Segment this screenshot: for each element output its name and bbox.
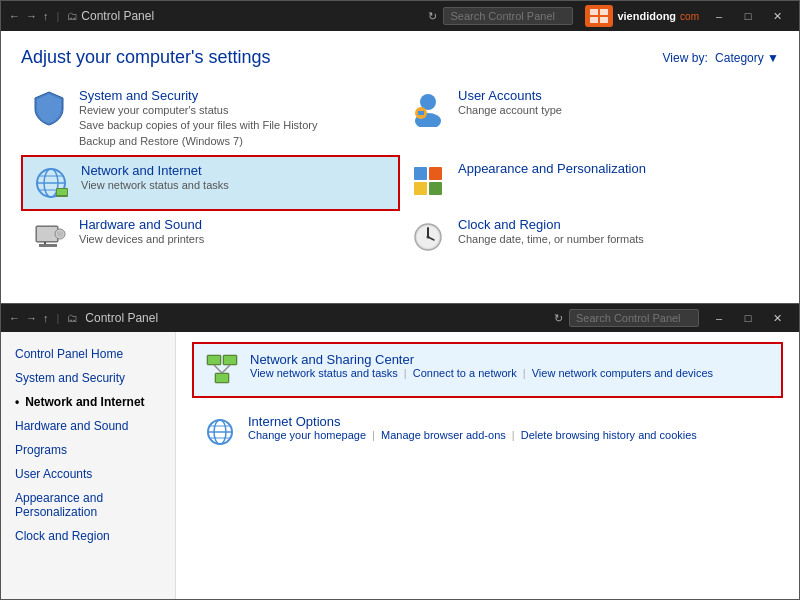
system-security-title[interactable]: System and Security (79, 88, 317, 103)
user-accounts-title[interactable]: User Accounts (458, 88, 562, 103)
network-internet-text: Network and Internet View network status… (81, 163, 229, 193)
main-panel: Network and Sharing Center View network … (176, 332, 799, 599)
sidebar-item-network-internet[interactable]: Network and Internet (1, 390, 175, 414)
category-clock-region[interactable]: Clock and Region Change date, time, or n… (400, 211, 779, 267)
network-sharing-text: Network and Sharing Center View network … (250, 352, 713, 379)
svg-rect-1 (600, 9, 608, 15)
sidebar-item-programs[interactable]: Programs (1, 438, 175, 462)
view-network-status-link[interactable]: View network status and tasks (250, 367, 398, 379)
svg-point-24 (57, 231, 63, 237)
delete-history-link[interactable]: Delete browsing history and cookies (521, 429, 697, 441)
category-system-security[interactable]: System and Security Review your computer… (21, 82, 400, 155)
close-btn[interactable]: ✕ (763, 5, 791, 27)
clock-region-title[interactable]: Clock and Region (458, 217, 644, 232)
svg-rect-0 (590, 9, 598, 15)
minimize-btn-2[interactable]: – (705, 307, 733, 329)
svg-rect-15 (414, 167, 427, 180)
minimize-btn[interactable]: – (705, 5, 733, 27)
appearance-text: Appearance and Personalization (458, 161, 646, 176)
bottom-search-input[interactable] (569, 309, 699, 327)
logo-box (585, 5, 613, 27)
sidebar-item-control-panel-home[interactable]: Control Panel Home (1, 342, 175, 366)
system-security-subtitle: Review your computer's statusSave backup… (79, 103, 317, 149)
appearance-title[interactable]: Appearance and Personalization (458, 161, 646, 176)
svg-rect-33 (224, 356, 236, 364)
category-appearance[interactable]: Appearance and Personalization (400, 155, 779, 211)
view-by-control[interactable]: View by: Category ▼ (663, 51, 779, 65)
back-btn-2[interactable]: ← (9, 312, 20, 324)
maximize-btn[interactable]: □ (734, 5, 762, 27)
category-hardware-sound[interactable]: Hardware and Sound View devices and prin… (21, 211, 400, 267)
category-user-accounts[interactable]: User Accounts Change account type (400, 82, 779, 155)
window-controls-2: – □ ✕ (705, 307, 791, 329)
internet-options-links: Change your homepage | Manage browser ad… (248, 429, 697, 441)
top-content-area: Adjust your computer's settings View by:… (1, 31, 799, 283)
bottom-content-area: Control Panel Home System and Security N… (1, 332, 799, 599)
hardware-sound-title[interactable]: Hardware and Sound (79, 217, 204, 232)
hardware-sound-subtitle: View devices and printers (79, 232, 204, 247)
top-search-input[interactable] (443, 7, 573, 25)
bottom-control-panel-window: ← → ↑ | 🗂 Control Panel ↻ – □ ✕ Control … (0, 303, 800, 600)
user-accounts-subtitle: Change account type (458, 103, 562, 118)
user-accounts-text: User Accounts Change account type (458, 88, 562, 118)
view-by-value[interactable]: Category (715, 51, 764, 65)
svg-line-37 (222, 365, 230, 373)
up-btn-2[interactable]: ↑ (43, 312, 49, 324)
svg-line-36 (214, 365, 222, 373)
sidebar-item-appearance-personalization[interactable]: Appearance andPersonalization (1, 486, 175, 524)
view-by-label: View by: (663, 51, 708, 65)
network-internet-title[interactable]: Network and Internet (81, 163, 229, 178)
network-sharing-title[interactable]: Network and Sharing Center (250, 352, 713, 367)
forward-btn[interactable]: → (26, 10, 37, 22)
sidebar-item-hardware-sound[interactable]: Hardware and Sound (1, 414, 175, 438)
manage-addons-link[interactable]: Manage browser add-ons (381, 429, 506, 441)
hardware-icon (29, 217, 69, 257)
internet-options-title[interactable]: Internet Options (248, 414, 697, 429)
sidebar-item-user-accounts[interactable]: User Accounts (1, 462, 175, 486)
refresh-btn-2[interactable]: ↻ (554, 312, 563, 325)
network-sharing-icon (204, 352, 240, 388)
system-security-text: System and Security Review your computer… (79, 88, 317, 149)
hardware-sound-text: Hardware and Sound View devices and prin… (79, 217, 204, 247)
internet-options-section: Internet Options Change your homepage | … (192, 406, 783, 458)
network-sharing-links: View network status and tasks | Connect … (250, 367, 713, 379)
logo-text: viendidong (617, 10, 676, 22)
connect-network-link[interactable]: Connect to a network (413, 367, 517, 379)
network-internet-subtitle: View network status and tasks (81, 178, 229, 193)
internet-options-text: Internet Options Change your homepage | … (248, 414, 697, 441)
user-accounts-icon (408, 88, 448, 128)
sep-link-1: | (404, 367, 407, 379)
sep-link-2: | (523, 367, 526, 379)
refresh-btn[interactable]: ↻ (428, 10, 437, 23)
network-sharing-center-section: Network and Sharing Center View network … (192, 342, 783, 398)
forward-btn-2[interactable]: → (26, 312, 37, 324)
sep1: | (57, 10, 60, 22)
clock-region-subtitle: Change date, time, or number formats (458, 232, 644, 247)
back-btn[interactable]: ← (9, 10, 20, 22)
top-control-panel-window: ← → ↑ | 🗂 Control Panel ↻ viendidong com… (0, 0, 800, 305)
sidebar: Control Panel Home System and Security N… (1, 332, 176, 599)
svg-point-29 (427, 236, 430, 239)
top-titlebar: ← → ↑ | 🗂 Control Panel ↻ viendidong com… (1, 1, 799, 31)
top-path: Control Panel (81, 9, 154, 23)
close-btn-2[interactable]: ✕ (763, 307, 791, 329)
folder-icon: 🗂 (67, 10, 78, 22)
up-btn[interactable]: ↑ (43, 10, 49, 22)
page-title: Adjust your computer's settings (21, 47, 271, 68)
bottom-path: Control Panel (85, 311, 158, 325)
logo-subtext: com (680, 11, 699, 22)
bottom-titlebar: ← → ↑ | 🗂 Control Panel ↻ – □ ✕ (1, 304, 799, 332)
sidebar-item-clock-region[interactable]: Clock and Region (1, 524, 175, 548)
svg-rect-35 (216, 374, 228, 382)
svg-rect-2 (590, 17, 598, 23)
view-network-computers-link[interactable]: View network computers and devices (532, 367, 713, 379)
category-network-internet[interactable]: Network and Internet View network status… (21, 155, 400, 211)
dropdown-arrow-icon[interactable]: ▼ (767, 51, 779, 65)
shield-icon (29, 88, 69, 128)
maximize-btn-2[interactable]: □ (734, 307, 762, 329)
svg-rect-21 (39, 244, 57, 247)
network-icon (31, 163, 71, 203)
sidebar-item-system-security[interactable]: System and Security (1, 366, 175, 390)
change-homepage-link[interactable]: Change your homepage (248, 429, 366, 441)
categories-grid: System and Security Review your computer… (21, 82, 779, 267)
